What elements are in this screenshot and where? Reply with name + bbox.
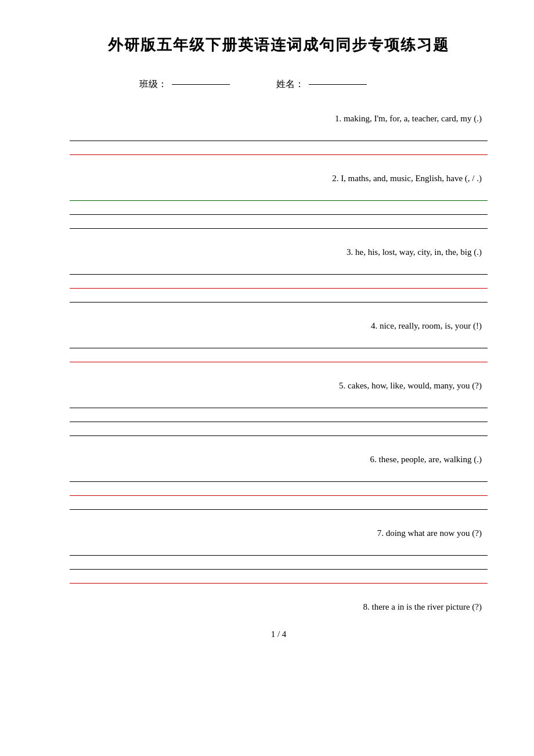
name-label: 姓名： [276,78,304,91]
question-1-lines [70,128,488,156]
class-underline [172,84,230,85]
answer-line-green [70,188,488,201]
question-3: 3. he, his, lost, way, city, in, the, bi… [70,247,488,304]
question-3-prompt: 3. he, his, lost, way, city, in, the, bi… [70,247,488,257]
question-5-lines [70,395,488,437]
answer-line [70,290,488,303]
question-4-prompt: 4. nice, really, room, is, your (!) [70,321,488,331]
answer-line-red [70,276,488,289]
question-8: 8. there a in is the river picture (?) [70,602,488,612]
question-5-prompt: 5. cakes, how, like, would, many, you (?… [70,381,488,391]
answer-line [70,469,488,482]
question-7: 7. doing what are now you (?) [70,528,488,585]
answer-line [70,395,488,408]
question-6-prompt: 6. these, people, are, walking (.) [70,455,488,465]
question-4-lines [70,336,488,363]
question-2-lines [70,188,488,230]
answer-line-red [70,571,488,584]
page-number: 1 / 4 [70,629,488,639]
answer-line [70,216,488,229]
info-row: 班级： 姓名： [70,78,488,91]
answer-line [70,423,488,436]
answer-line [70,557,488,570]
question-2: 2. I, maths, and, music, English, have (… [70,174,488,230]
answer-line [70,543,488,556]
class-field: 班级： [139,78,230,91]
answer-line-red [70,142,488,155]
question-8-prompt: 8. there a in is the river picture (?) [70,602,488,612]
page-title: 外研版五年级下册英语连词成句同步专项练习题 [70,35,488,55]
answer-line [70,497,488,510]
question-6-lines [70,469,488,511]
name-underline [309,84,367,85]
question-1-prompt: 1. making, I'm, for, a, teacher, card, m… [70,114,488,124]
answer-line-red [70,350,488,362]
question-7-prompt: 7. doing what are now you (?) [70,528,488,538]
question-7-lines [70,543,488,585]
question-5: 5. cakes, how, like, would, many, you (?… [70,381,488,437]
answer-line [70,202,488,215]
question-4: 4. nice, really, room, is, your (!) [70,321,488,363]
question-2-prompt: 2. I, maths, and, music, English, have (… [70,174,488,183]
question-1: 1. making, I'm, for, a, teacher, card, m… [70,114,488,156]
question-6: 6. these, people, are, walking (.) [70,455,488,511]
answer-line-red [70,483,488,496]
name-field: 姓名： [276,78,367,91]
answer-line [70,262,488,275]
answer-line [70,409,488,422]
question-3-lines [70,262,488,304]
answer-line [70,336,488,348]
class-label: 班级： [139,78,167,91]
answer-line [70,128,488,141]
